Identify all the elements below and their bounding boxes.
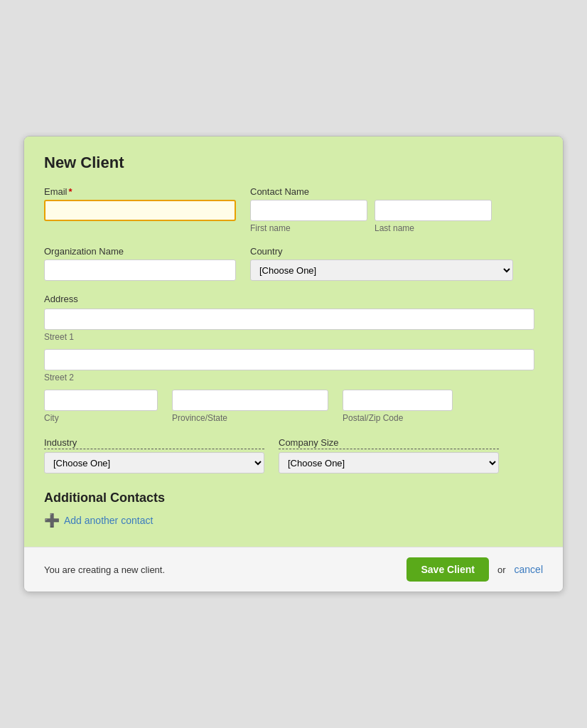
- street2-row: Street 2: [44, 349, 543, 382]
- country-label: Country: [250, 246, 513, 257]
- form-body: New Client Email* Contact Name First nam…: [24, 136, 563, 547]
- city-group: City: [44, 390, 158, 423]
- or-text: or: [497, 564, 506, 575]
- company-size-label: Company Size: [279, 437, 499, 449]
- email-group: Email*: [44, 186, 236, 221]
- contact-name-inputs: [250, 200, 492, 221]
- country-select[interactable]: [Choose One]: [250, 259, 513, 281]
- company-size-select[interactable]: [Choose One]: [279, 452, 499, 473]
- email-required-star: *: [69, 186, 72, 197]
- org-label: Organization Name: [44, 246, 236, 257]
- street1-input[interactable]: [44, 309, 534, 330]
- street1-label: Street 1: [44, 332, 543, 342]
- industry-label: Industry: [44, 437, 264, 449]
- cancel-link[interactable]: cancel: [515, 564, 543, 575]
- zip-input[interactable]: [343, 390, 453, 411]
- footer-bar: You are creating a new client. Save Clie…: [24, 547, 563, 592]
- city-label: City: [44, 413, 158, 423]
- add-contact-link[interactable]: ➕ Add another contact: [44, 514, 543, 527]
- state-input[interactable]: [172, 390, 328, 411]
- zip-group: Postal/Zip Code: [343, 390, 453, 423]
- zip-label: Postal/Zip Code: [343, 413, 453, 423]
- industry-group: Industry [Choose One]: [44, 437, 264, 473]
- street2-label: Street 2: [44, 373, 543, 382]
- state-group: Province/State: [172, 390, 328, 423]
- contact-name-label: Contact Name: [250, 186, 492, 197]
- industry-company-row: Industry [Choose One] Company Size [Choo…: [44, 437, 543, 473]
- state-label: Province/State: [172, 413, 328, 423]
- footer-actions: Save Client or cancel: [406, 557, 543, 582]
- save-client-button[interactable]: Save Client: [406, 557, 488, 582]
- email-input[interactable]: [44, 200, 236, 221]
- country-group: Country [Choose One]: [250, 246, 513, 281]
- new-client-modal: New Client Email* Contact Name First nam…: [23, 136, 564, 592]
- address-section: Address Street 1 Street 2 City Provinc: [44, 294, 543, 423]
- org-group: Organization Name: [44, 246, 236, 281]
- contact-name-group: Contact Name First name Last name: [250, 186, 492, 233]
- contact-name-sublabels: First name Last name: [250, 221, 492, 233]
- street1-row: Street 1: [44, 309, 543, 342]
- email-contact-row: Email* Contact Name First name Last name: [44, 186, 543, 233]
- city-input[interactable]: [44, 390, 158, 411]
- industry-select[interactable]: [Choose One]: [44, 452, 264, 473]
- footer-status-text: You are creating a new client.: [44, 564, 165, 575]
- page-title: New Client: [44, 154, 543, 172]
- address-label: Address: [44, 294, 543, 304]
- plus-circle-icon: ➕: [44, 514, 60, 527]
- first-name-label: First name: [250, 223, 367, 233]
- add-contact-label: Add another contact: [64, 515, 153, 526]
- additional-contacts-section: Additional Contacts ➕ Add another contac…: [44, 491, 543, 527]
- org-input[interactable]: [44, 259, 236, 281]
- email-label: Email*: [44, 186, 236, 197]
- city-state-zip-row: City Province/State Postal/Zip Code: [44, 390, 543, 423]
- street2-input[interactable]: [44, 349, 534, 370]
- org-country-row: Organization Name Country [Choose One]: [44, 246, 543, 281]
- last-name-label: Last name: [375, 223, 492, 233]
- additional-contacts-title: Additional Contacts: [44, 491, 543, 505]
- first-name-input[interactable]: [250, 200, 367, 221]
- last-name-input[interactable]: [375, 200, 492, 221]
- company-size-group: Company Size [Choose One]: [279, 437, 499, 473]
